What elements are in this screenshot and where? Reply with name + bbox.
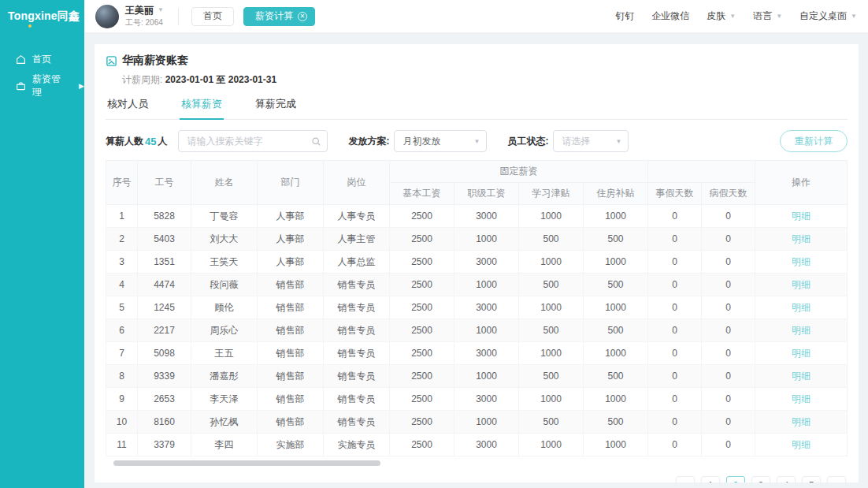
cell-post: 人事专员 (324, 205, 390, 228)
col-emp-id: 工号 (138, 161, 191, 205)
search-icon (311, 136, 321, 146)
tab-calc-done[interactable]: 算薪完成 (254, 97, 298, 119)
detail-link[interactable]: 明细 (792, 302, 811, 313)
cell-emp-id: 1245 (138, 296, 191, 319)
cell-name: 李四 (191, 434, 258, 456)
cell-personal-leave-days: 0 (648, 251, 702, 274)
nav-tab-home[interactable]: 首页 (191, 7, 234, 26)
cell-seq: 2 (106, 228, 138, 251)
cell-sick-leave-days: 0 (702, 365, 755, 388)
cell-housing-allowance: 1000 (584, 296, 648, 319)
page-button-5[interactable]: 5 (802, 476, 821, 482)
cell-name: 周乐心 (191, 319, 258, 342)
table-row: 1 5828 丁曼容 人事部 人事专员 2500 3000 1000 1000 … (106, 205, 848, 228)
menu-item-wecom[interactable]: 企业微信 (651, 9, 689, 23)
menu-label: 自定义桌面 (799, 9, 847, 23)
cell-name: 孙忆枫 (191, 411, 258, 434)
detail-link[interactable]: 明细 (792, 393, 811, 404)
cell-housing-allowance: 500 (584, 411, 648, 434)
cell-study-allowance: 1000 (519, 296, 584, 319)
detail-link[interactable]: 明细 (792, 371, 811, 382)
cell-grade-salary: 1000 (454, 365, 519, 388)
sidebar-item-salary-management[interactable]: 薪资管理 ▶ (0, 73, 84, 99)
cell-personal-leave-days: 0 (648, 228, 702, 251)
cell-sick-leave-days: 0 (702, 411, 755, 434)
detail-link[interactable]: 明细 (792, 325, 811, 336)
menu-item-skin[interactable]: 皮肤▼ (707, 9, 736, 23)
cell-study-allowance: 1000 (519, 251, 584, 274)
cell-seq: 11 (106, 434, 138, 456)
cell-base-salary: 2500 (390, 411, 454, 434)
detail-link[interactable]: 明细 (792, 416, 811, 427)
page-next-button[interactable]: › (827, 476, 846, 482)
chevron-down-icon: ▼ (729, 13, 736, 20)
cell-action: 明细 (755, 388, 848, 411)
cell-name: 刘大大 (191, 228, 258, 251)
cell-study-allowance: 1000 (519, 388, 584, 411)
cell-dept: 销售部 (258, 365, 324, 388)
page-button-4[interactable]: 4 (777, 476, 796, 482)
col-housing-allowance: 住房补贴 (584, 183, 648, 205)
page-button-2[interactable]: 2 (726, 476, 745, 482)
detail-link[interactable]: 明细 (792, 256, 811, 267)
scrollbar-thumb[interactable] (113, 460, 380, 466)
cell-emp-id: 2217 (138, 319, 191, 342)
horizontal-scrollbar[interactable] (106, 460, 848, 466)
cell-study-allowance: 500 (519, 274, 584, 296)
user-avatar[interactable] (95, 5, 119, 28)
page-prev-button[interactable]: ‹ (676, 476, 695, 482)
cell-base-salary: 2500 (390, 342, 454, 365)
cell-dept: 销售部 (258, 342, 324, 365)
cell-base-salary: 2500 (390, 319, 454, 342)
cell-post: 人事总监 (324, 251, 390, 274)
detail-link[interactable]: 明细 (792, 210, 811, 222)
cell-action: 明细 (755, 319, 848, 342)
menu-item-custom-desktop[interactable]: 自定义桌面▼ (799, 9, 857, 23)
cell-post: 销售专员 (324, 411, 390, 434)
tab-calc-salary[interactable]: 核算薪资 (180, 97, 224, 120)
sidebar-item-home[interactable]: 首页 (0, 46, 84, 73)
user-name[interactable]: 王美丽 (125, 5, 154, 17)
detail-link[interactable]: 明细 (792, 279, 811, 290)
cell-personal-leave-days: 0 (648, 296, 702, 319)
chevron-down-icon: ▼ (616, 138, 622, 145)
page-button-1[interactable]: 1 (701, 476, 720, 482)
status-select[interactable]: 请选择 ▼ (553, 130, 629, 152)
plan-select[interactable]: 月初发放 ▼ (394, 130, 487, 152)
search-input[interactable] (178, 130, 328, 152)
cell-housing-allowance: 500 (584, 319, 648, 342)
chevron-down-icon: ▼ (158, 6, 164, 14)
cell-grade-salary: 3000 (454, 388, 519, 411)
salary-table: 序号 工号 姓名 部门 岗位 固定薪资 操作 基本工资 职级工资 学习津贴 住房… (106, 160, 848, 456)
recalculate-button[interactable]: 重新计算 (780, 130, 848, 152)
detail-link[interactable]: 明细 (792, 233, 811, 244)
plan-select-value: 月初发放 (402, 135, 440, 148)
nav-tab-salary-calc[interactable]: 薪资计算 ✕ (243, 7, 315, 26)
col-post: 岗位 (324, 161, 390, 205)
menu-item-dingtalk[interactable]: 钉钉 (615, 9, 634, 23)
cell-housing-allowance: 1000 (584, 434, 648, 456)
cell-grade-salary: 1000 (454, 228, 519, 251)
col-seq: 序号 (106, 161, 138, 205)
close-icon[interactable]: ✕ (298, 12, 307, 21)
menu-item-language[interactable]: 语言▼ (753, 9, 782, 23)
cell-base-salary: 2500 (390, 388, 454, 411)
cell-post: 销售专员 (324, 342, 390, 365)
page-button-3[interactable]: 3 (751, 476, 770, 482)
tab-verify-staff[interactable]: 核对人员 (106, 97, 150, 119)
cell-action: 明细 (755, 342, 848, 365)
payroll-card: 华南薪资账套 计薪周期: 2023-01-01 至 2023-01-31 核对人… (95, 44, 859, 482)
cell-sick-leave-days: 0 (702, 296, 755, 319)
cell-base-salary: 2500 (390, 434, 454, 456)
cell-base-salary: 2500 (390, 251, 454, 274)
cell-emp-id: 1351 (138, 251, 191, 274)
cell-grade-salary: 1000 (454, 411, 519, 434)
cell-dept: 销售部 (258, 319, 324, 342)
detail-link[interactable]: 明细 (792, 439, 811, 450)
detail-link[interactable]: 明细 (792, 348, 811, 359)
cell-emp-id: 5403 (138, 228, 191, 251)
cell-emp-id: 9339 (138, 365, 191, 388)
cell-personal-leave-days: 0 (648, 434, 702, 456)
cell-personal-leave-days: 0 (648, 205, 702, 228)
pay-period: 计薪周期: 2023-01-01 至 2023-01-31 (122, 73, 848, 87)
